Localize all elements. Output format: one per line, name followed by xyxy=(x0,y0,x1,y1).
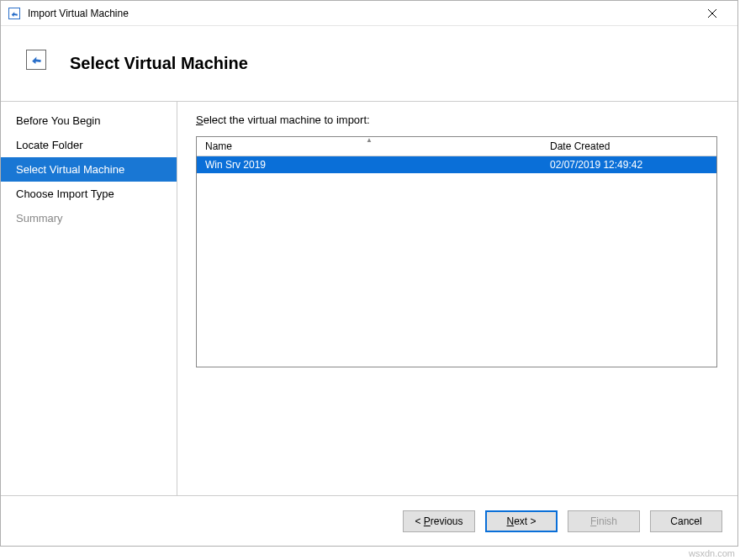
close-icon xyxy=(708,9,716,18)
virtual-machine-list[interactable]: ▲ Name Date Created Win Srv 2019 02/07/2… xyxy=(196,136,717,367)
previous-button[interactable]: < Previous xyxy=(403,510,475,532)
page-title: Select Virtual Machine xyxy=(70,54,248,73)
list-header: ▲ Name Date Created xyxy=(197,137,716,156)
sort-indicator-icon: ▲ xyxy=(366,136,373,144)
cell-name: Win Srv 2019 xyxy=(197,156,542,173)
import-arrow-icon xyxy=(26,50,46,70)
sidebar-item-choose-import-type[interactable]: Choose Import Type xyxy=(1,182,177,206)
finish-button: Finish xyxy=(568,510,640,532)
wizard-header: Select Virtual Machine xyxy=(1,26,737,102)
column-header-date-created[interactable]: Date Created xyxy=(542,137,716,156)
close-button[interactable] xyxy=(693,1,731,25)
instruction-accelerator: S xyxy=(196,114,204,126)
sidebar-item-locate-folder[interactable]: Locate Folder xyxy=(1,133,177,157)
titlebar: Import Virtual Machine xyxy=(1,1,737,26)
sidebar-item-select-virtual-machine[interactable]: Select Virtual Machine xyxy=(1,157,177,182)
watermark: wsxdn.com xyxy=(689,548,735,558)
sidebar-item-summary: Summary xyxy=(1,206,177,230)
wizard-content: Select the virtual machine to import: ▲ … xyxy=(177,102,737,495)
list-item[interactable]: Win Srv 2019 02/07/2019 12:49:42 xyxy=(197,156,716,173)
window-title: Import Virtual Machine xyxy=(28,8,693,19)
next-button[interactable]: Next > xyxy=(485,510,558,532)
wizard-steps-sidebar: Before You Begin Locate Folder Select Vi… xyxy=(1,102,177,495)
wizard-window: Import Virtual Machine Select Virtual Ma… xyxy=(0,0,738,547)
cell-date-created: 02/07/2019 12:49:42 xyxy=(542,156,716,173)
instruction-label: Select the virtual machine to import: xyxy=(196,114,717,126)
import-arrow-icon xyxy=(8,7,21,20)
wizard-body: Before You Begin Locate Folder Select Vi… xyxy=(1,102,737,495)
sidebar-item-before-you-begin[interactable]: Before You Begin xyxy=(1,108,177,133)
column-header-name-label: Name xyxy=(205,140,232,152)
cancel-button[interactable]: Cancel xyxy=(650,510,722,532)
instruction-text: elect the virtual machine to import: xyxy=(204,114,370,126)
column-header-name[interactable]: ▲ Name xyxy=(197,137,542,156)
wizard-footer: < Previous Next > Finish Cancel xyxy=(1,495,737,546)
